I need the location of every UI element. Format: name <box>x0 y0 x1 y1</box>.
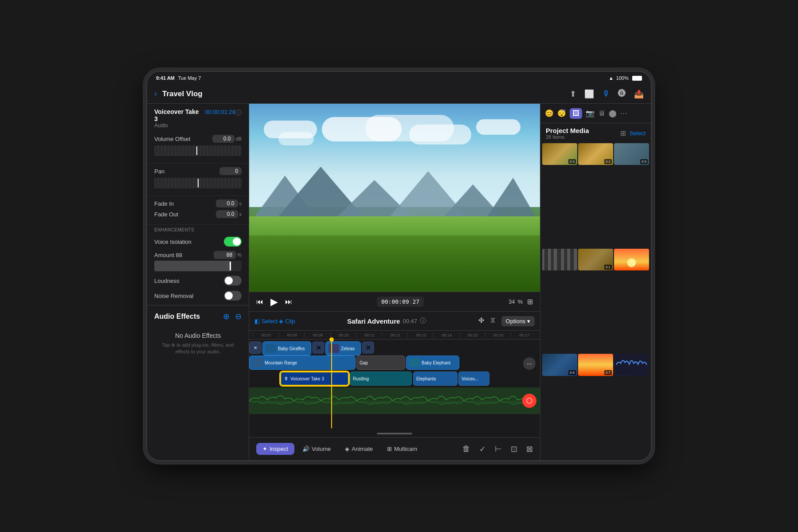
pan-value[interactable]: 0 <box>219 167 242 175</box>
fade-in-value[interactable]: 0.0 <box>216 200 238 207</box>
media-grid: 0:3 0:2 0:5 0:10 <box>540 141 651 460</box>
timeline-area[interactable]: 00:07 00:08 00:09 00:10 00:11 00:12 00:1… <box>249 331 540 437</box>
more-icon[interactable]: ⋯ <box>620 109 627 117</box>
media-thumb-5[interactable]: 0:1 <box>578 249 613 270</box>
volume-label: Volume <box>312 446 331 452</box>
toolbar-icons: ⬆ ⬜ 🎙 🅐 📤 <box>570 89 644 99</box>
back-button[interactable]: ‹ <box>154 89 157 98</box>
delete-action[interactable]: 🗑 <box>462 444 470 454</box>
baby-giraffes-label: Baby Giraffes <box>278 346 305 351</box>
timecode-frames: 27 <box>412 298 419 305</box>
media-thumb-8[interactable]: 0:7 <box>578 354 613 376</box>
play-button[interactable]: ▶ <box>270 296 278 308</box>
media-thumb-6[interactable]: 0:5 <box>614 249 649 270</box>
clip-tool-icon[interactable]: ⧖ <box>490 316 495 326</box>
loudness-toggle[interactable] <box>224 276 242 286</box>
add-effect-icon[interactable]: ⊕ <box>223 312 230 321</box>
loudness-label: Loudness <box>154 278 179 284</box>
elephants-clip[interactable]: Elephants <box>413 372 458 386</box>
photos-icon[interactable]: 🖼 <box>570 108 582 119</box>
volume-tab[interactable]: 🔊 Volume <box>296 443 337 455</box>
media-thumb-3[interactable]: 0:5 <box>614 143 649 165</box>
media-thumb-4[interactable]: 0:10 <box>542 249 577 270</box>
volume-offset-slider[interactable] <box>154 145 242 156</box>
camera-add-icon[interactable]: ⬜ <box>584 89 594 99</box>
baby-giraffes-clip[interactable]: Baby Giraffes <box>262 341 311 356</box>
bottom-actions: 🗑 ✓ ⊢ ⊡ ⊠ <box>462 444 533 454</box>
inspect-tab[interactable]: ✦ Inspect <box>256 443 294 455</box>
clip-label: ◈ <box>279 318 283 325</box>
amount-value[interactable]: 88 <box>214 251 236 259</box>
options-chevron-icon: ▾ <box>527 318 530 325</box>
media-thumb-1[interactable]: 0:3 <box>542 143 577 165</box>
skip-forward-button[interactable]: ⏭ <box>285 298 292 306</box>
animate-tab[interactable]: ◈ Animate <box>339 443 379 455</box>
media-select-button[interactable]: Select <box>630 130 645 137</box>
crop-action[interactable]: ⊠ <box>526 444 533 454</box>
timeline-controls: ✤ ⧖ Options ▾ <box>478 316 535 326</box>
voiceo-label: Voiceo... <box>462 376 478 381</box>
zebras-clip[interactable]: Zebras <box>325 341 361 356</box>
voiceover-clip[interactable]: 🎙 Voiceover Take 3 <box>280 372 349 386</box>
timeline-options-button[interactable]: Options ▾ <box>501 316 535 326</box>
color-icon[interactable]: ⬤ <box>609 109 617 117</box>
clip-icon: ◧ <box>254 318 260 325</box>
baby-elephant-clip[interactable]: Baby Elephant <box>406 356 459 370</box>
effect-options-icon[interactable]: ⊖ <box>235 312 242 321</box>
media-browser-panel: 😊 😴 🖼 📷 🖥 ⬤ ⋯ Project Media 28 Items ⊞ S… <box>540 104 651 460</box>
check-action[interactable]: ✓ <box>479 444 486 454</box>
more-button[interactable]: ··· <box>523 357 536 370</box>
record-button[interactable] <box>522 394 536 408</box>
inspector-info-icon[interactable]: ⓘ <box>235 108 242 117</box>
display-icon[interactable]: 🖥 <box>598 110 605 117</box>
rustling-clip[interactable]: Rustling <box>350 372 412 386</box>
grid-view-icon[interactable]: ⊞ <box>620 129 626 137</box>
playback-controls: ⏮ ▶ ⏭ 00:00:09:27 34 % ⊞ <box>249 292 540 311</box>
emoji-icon[interactable]: 😊 <box>545 109 554 117</box>
media-thumb-9[interactable]: 0:1 <box>614 354 649 376</box>
zoom-icon[interactable]: ⊞ <box>527 297 533 306</box>
timeline-select-button[interactable]: ◧ Select ◈ Clip <box>254 318 295 325</box>
fade-in-unit: s <box>239 201 242 206</box>
timeline-scrollbar[interactable] <box>377 433 412 434</box>
multicam-tab[interactable]: ⊞ Multicam <box>381 443 423 455</box>
pan-slider[interactable] <box>154 178 242 188</box>
volume-offset-value[interactable]: 0.0 <box>212 135 235 143</box>
ruler-11: 00:11 <box>356 333 382 337</box>
transition-clip-2[interactable]: ✕ <box>312 341 325 354</box>
skip-back-button[interactable]: ⏮ <box>256 298 263 306</box>
amount-slider[interactable] <box>154 261 242 271</box>
gap-clip[interactable]: Gap <box>356 356 405 370</box>
split-action[interactable]: ⊢ <box>495 444 502 454</box>
share-icon[interactable]: ⬆ <box>570 89 576 99</box>
svg-point-13 <box>627 258 636 267</box>
animate-label: Animate <box>352 446 373 452</box>
timeline-info-icon[interactable]: ⓘ <box>420 317 426 325</box>
transition-clip-3[interactable]: ✕ <box>362 341 374 354</box>
media-thumb-7[interactable]: 0:9 <box>542 354 577 376</box>
media-thumb-2[interactable]: 0:2 <box>578 143 613 165</box>
export-icon[interactable]: 📤 <box>634 89 644 99</box>
microphone-icon[interactable]: 🎙 <box>602 89 610 98</box>
status-time: 9:41 AM <box>156 75 175 81</box>
thumb-duration-7: 0:9 <box>568 370 576 375</box>
detach-action[interactable]: ⊡ <box>511 444 517 454</box>
noise-removal-toggle[interactable] <box>224 291 242 301</box>
pan-section: Pan 0 <box>147 164 249 196</box>
battery-icon <box>632 76 642 81</box>
magic-timeline-icon[interactable]: ✤ <box>478 316 484 326</box>
ipad-device: 9:41 AM Tue May 7 ▲ 100% ‹ Travel Vlog ⬆… <box>146 71 652 461</box>
rustling-label: Rustling <box>353 376 369 381</box>
main-toolbar: ‹ Travel Vlog ⬆ ⬜ 🎙 🅐 📤 <box>147 84 651 104</box>
mountain-range-clip[interactable]: Mountain Range <box>249 356 356 370</box>
magic-icon[interactable]: 🅐 <box>618 89 626 98</box>
emoji2-icon[interactable]: 😴 <box>557 109 566 117</box>
voiceo-clip[interactable]: Voiceo... <box>458 372 489 386</box>
voice-isolation-toggle[interactable] <box>224 237 242 246</box>
fade-section: Fade In 0.0 s Fade Out 0.0 s <box>147 196 249 225</box>
transition-clip-1[interactable]: ✕ <box>249 341 262 354</box>
fade-out-value[interactable]: 0.0 <box>216 210 238 218</box>
camera-icon[interactable]: 📷 <box>586 109 595 117</box>
project-title: Travel Vlog <box>162 90 564 98</box>
playhead[interactable] <box>331 340 332 428</box>
